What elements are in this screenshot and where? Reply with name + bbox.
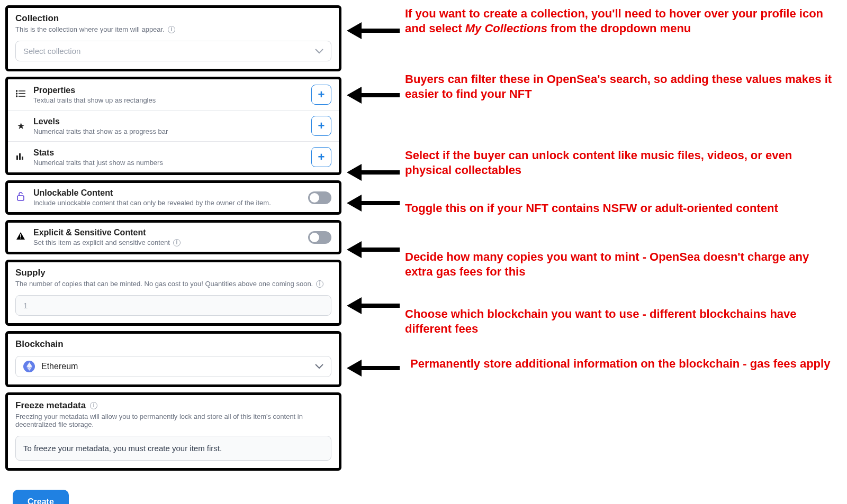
blockchain-card: Blockchain Ethereum <box>5 331 341 387</box>
collection-subtitle: This is the collection where your item w… <box>15 25 165 33</box>
unlockable-title: Unlockable Content <box>33 188 301 198</box>
trait-sub: Textual traits that show up as rectangle… <box>33 96 304 104</box>
explicit-card: Explicit & Sensitive Content Set this it… <box>5 220 341 254</box>
supply-input[interactable]: 1 <box>15 295 331 316</box>
svg-point-4 <box>16 93 17 94</box>
svg-rect-11 <box>20 237 21 239</box>
chevron-down-icon <box>315 49 323 54</box>
info-icon[interactable]: i <box>168 26 175 33</box>
unlockable-card: Unlockable Content Include unlockable co… <box>5 180 341 215</box>
svg-rect-9 <box>17 196 24 200</box>
chevron-down-icon <box>315 364 323 369</box>
arrow-icon <box>341 278 405 331</box>
svg-rect-6 <box>16 155 18 160</box>
explicit-toggle[interactable] <box>308 231 331 244</box>
blockchain-title: Blockchain <box>15 339 331 350</box>
note-freeze: Permanently store additional information… <box>405 356 839 399</box>
star-icon: ★ <box>15 121 26 132</box>
arrow-icon <box>341 331 405 395</box>
warning-icon <box>15 232 26 243</box>
collection-title: Collection <box>15 13 331 24</box>
arrow-icon <box>341 159 405 189</box>
unlockable-sub: Include unlockable content that can only… <box>33 199 301 207</box>
trait-sub: Numerical traits that just show as numbe… <box>33 159 304 167</box>
trait-title: Stats <box>33 148 304 158</box>
freeze-title: Freeze metadata <box>15 400 86 411</box>
note-explicit: Toggle this on if your NFT contains NSFW… <box>405 201 839 250</box>
lock-icon <box>15 191 26 204</box>
add-levels-button[interactable]: + <box>311 116 331 136</box>
add-stats-button[interactable]: + <box>311 147 331 167</box>
freeze-sub: Freezing your metadata will allow you to… <box>15 413 331 428</box>
arrow-icon <box>341 5 405 63</box>
traits-card: Properties Textual traits that show up a… <box>5 77 341 175</box>
svg-rect-8 <box>22 157 23 160</box>
svg-point-3 <box>16 90 17 91</box>
collection-card: Collection This is the collection where … <box>5 5 341 71</box>
info-icon[interactable]: i <box>316 280 323 288</box>
blockchain-selected: Ethereum <box>41 362 309 371</box>
blockchain-select[interactable]: Ethereum <box>15 356 331 377</box>
list-icon <box>15 89 26 100</box>
trait-title: Levels <box>33 117 304 126</box>
collection-select-placeholder: Select collection <box>23 47 80 56</box>
arrow-icon <box>341 221 405 278</box>
info-icon[interactable]: i <box>90 402 97 409</box>
trait-levels: ★ Levels Numerical traits that show as a… <box>8 110 339 141</box>
arrow-icon <box>341 63 405 159</box>
ethereum-icon <box>23 361 35 372</box>
svg-rect-7 <box>19 153 21 160</box>
supply-title: Supply <box>15 268 331 278</box>
supply-card: Supply The number of copies that can be … <box>5 260 341 326</box>
svg-rect-10 <box>20 234 21 237</box>
note-supply: Decide how many copies you want to mint … <box>405 250 839 307</box>
explicit-title: Explicit & Sensitive Content <box>33 228 301 237</box>
trait-properties: Properties Textual traits that show up a… <box>8 79 339 110</box>
trait-sub: Numerical traits that show as a progress… <box>33 127 304 135</box>
create-button[interactable]: Create <box>13 490 69 504</box>
supply-sub: The number of copies that can be minted.… <box>15 280 313 288</box>
freeze-card: Freeze metadata i Freezing your metadata… <box>5 392 341 471</box>
svg-point-5 <box>16 96 17 97</box>
bars-icon <box>15 152 26 162</box>
note-unlockable: Select if the buyer can unlock content l… <box>405 148 839 201</box>
note-collection: If you want to create a collection, you'… <box>405 5 839 65</box>
unlockable-toggle[interactable] <box>308 191 331 204</box>
arrow-icon <box>341 189 405 221</box>
freeze-message: To freeze your metadata, you must create… <box>15 436 331 461</box>
note-blockchain: Choose which blockchain you want to use … <box>405 307 839 356</box>
note-traits: Buyers can filter these in OpenSea's sea… <box>405 65 839 148</box>
trait-stats: Stats Numerical traits that just show as… <box>8 141 339 172</box>
trait-title: Properties <box>33 86 304 95</box>
add-properties-button[interactable]: + <box>311 85 331 105</box>
collection-select[interactable]: Select collection <box>15 41 331 61</box>
info-icon[interactable]: i <box>173 239 181 246</box>
explicit-sub: Set this item as explicit and sensitive … <box>33 239 170 246</box>
